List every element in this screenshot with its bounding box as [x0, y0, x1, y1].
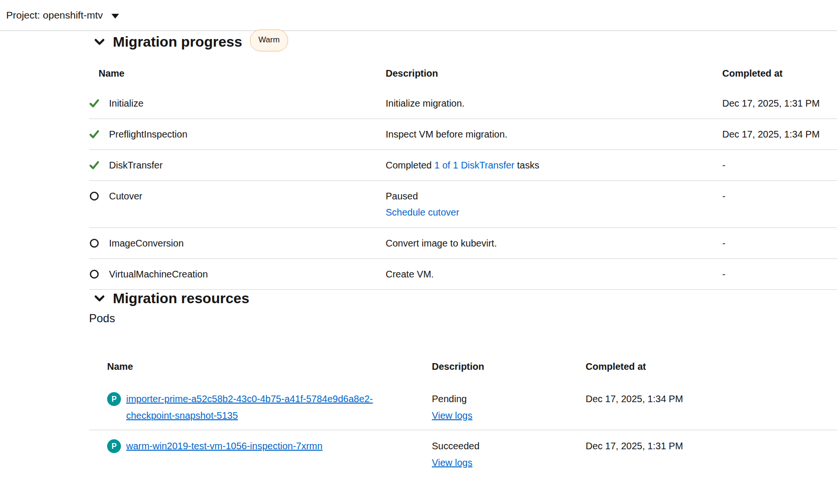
- description-text: Paused: [386, 190, 722, 202]
- pods-table: Name Description Completed at P importer…: [89, 326, 837, 471]
- step-name: PreflightInspection: [109, 128, 188, 140]
- step-description: Inspect VM before migration.: [386, 119, 722, 149]
- step-completed-at: Dec 17, 2025, 1:31 PM: [722, 88, 837, 119]
- pod-description: Pending View logs: [432, 380, 586, 430]
- chevron-down-icon[interactable]: [94, 293, 105, 304]
- step-description: Completed 1 of 1 DiskTransfer tasks: [386, 150, 722, 180]
- column-header-completed-at: Completed at: [586, 326, 837, 380]
- step-description: Convert image to kubevirt.: [386, 228, 722, 258]
- step-completed-at: -: [722, 228, 837, 258]
- table-row: Initialize Initialize migration. Dec 17,…: [89, 88, 837, 119]
- pod-status: Succeeded: [432, 438, 586, 455]
- table-header-row: Name Description Completed at: [89, 56, 837, 88]
- project-selector[interactable]: Project: openshift-mtv: [6, 10, 119, 21]
- view-logs-link[interactable]: View logs: [432, 410, 472, 421]
- table-row: Cutover Paused Schedule cutover -: [89, 181, 837, 228]
- check-icon: [89, 160, 100, 170]
- pod-name-link[interactable]: warm-win2019-test-vm-1056-inspection-7xr…: [126, 438, 322, 455]
- table-row: VirtualMachineCreation Create VM. -: [89, 259, 837, 290]
- step-description: Create VM.: [386, 259, 722, 289]
- main-content: Migration progress Warm Name Description…: [89, 31, 837, 471]
- column-header-description: Description: [432, 326, 586, 380]
- migration-resources-title: Migration resources: [113, 290, 249, 307]
- pending-circle-icon: [89, 269, 100, 279]
- step-completed-at: -: [722, 181, 837, 227]
- migration-resources-header[interactable]: Migration resources: [89, 290, 837, 307]
- table-header-row: Name Description Completed at: [89, 326, 837, 380]
- step-name: ImageConversion: [109, 237, 184, 249]
- column-header-name: Name: [89, 326, 432, 380]
- view-logs-link[interactable]: View logs: [432, 457, 472, 468]
- schedule-cutover-link[interactable]: Schedule cutover: [386, 207, 459, 217]
- step-name: DiskTransfer: [109, 159, 163, 171]
- pod-badge-icon: P: [107, 439, 121, 453]
- pods-subheading: Pods: [89, 311, 837, 326]
- migration-progress-table: Name Description Completed at Initialize…: [89, 56, 837, 290]
- table-row: DiskTransfer Completed 1 of 1 DiskTransf…: [89, 150, 837, 181]
- pod-completed-at: Dec 17, 2025, 1:34 PM: [586, 380, 837, 430]
- table-row: ImageConversion Convert image to kubevir…: [89, 228, 837, 259]
- chevron-down-icon[interactable]: [94, 36, 105, 48]
- disktransfer-tasks-link[interactable]: 1 of 1 DiskTransfer: [434, 160, 514, 170]
- step-completed-at: Dec 17, 2025, 1:34 PM: [722, 119, 837, 149]
- column-header-completed-at: Completed at: [722, 56, 837, 88]
- pod-completed-at: Dec 17, 2025, 1:31 PM: [586, 430, 837, 471]
- table-row: P warm-win2019-test-vm-1056-inspection-7…: [89, 430, 837, 471]
- step-completed-at: -: [722, 259, 837, 289]
- warm-badge: Warm: [250, 30, 289, 51]
- step-description: Paused Schedule cutover: [386, 181, 722, 227]
- pod-badge-icon: P: [107, 392, 121, 406]
- caret-down-icon: [111, 14, 119, 19]
- pod-name-link[interactable]: importer-prime-a52c58b2-43c0-4b75-a41f-5…: [126, 391, 393, 424]
- check-icon: [89, 98, 100, 109]
- top-bar: Project: openshift-mtv: [0, 0, 837, 31]
- column-header-name: Name: [89, 56, 386, 88]
- migration-progress-header[interactable]: Migration progress Warm: [89, 31, 837, 53]
- step-completed-at: -: [722, 150, 837, 180]
- step-description: Initialize migration.: [386, 88, 722, 119]
- description-text: Completed: [386, 160, 434, 170]
- migration-progress-title: Migration progress: [113, 33, 242, 50]
- step-name: VirtualMachineCreation: [109, 268, 208, 280]
- pending-circle-icon: [89, 191, 100, 201]
- pending-circle-icon: [89, 238, 100, 248]
- step-name: Cutover: [109, 190, 142, 202]
- check-icon: [89, 129, 100, 139]
- step-name: Initialize: [109, 97, 143, 109]
- table-row: PreflightInspection Inspect VM before mi…: [89, 119, 837, 150]
- table-row: P importer-prime-a52c58b2-43c0-4b75-a41f…: [89, 380, 837, 430]
- page: Project: openshift-mtv Migration progres…: [0, 0, 837, 504]
- project-selector-label: Project: openshift-mtv: [6, 10, 103, 21]
- pod-status: Pending: [432, 391, 586, 407]
- description-text: tasks: [514, 160, 539, 170]
- pod-description: Succeeded View logs: [432, 430, 586, 471]
- column-header-description: Description: [386, 56, 722, 88]
